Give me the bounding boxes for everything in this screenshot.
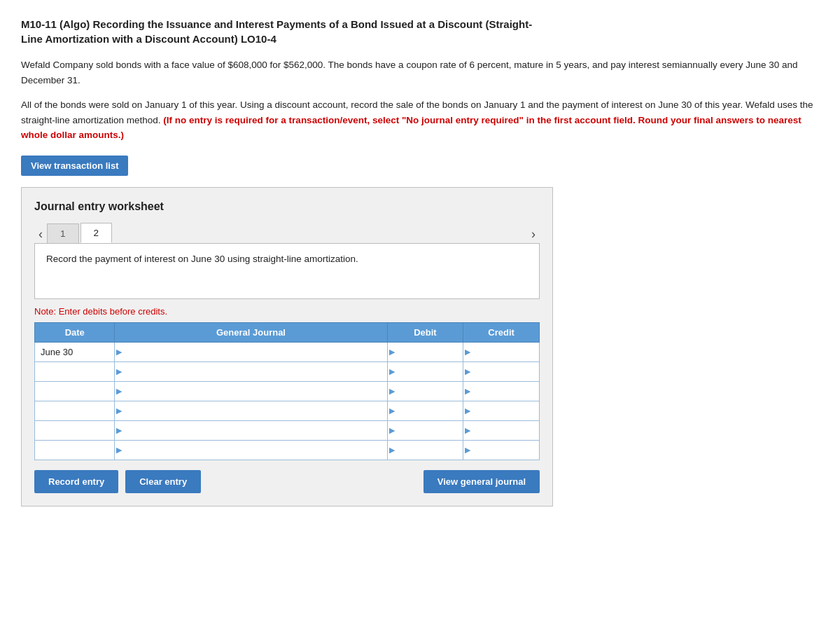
row-arrow-debit-icon: ▶: [389, 347, 395, 357]
general-journal-cell-2[interactable]: ▶: [115, 381, 387, 401]
main-content: M10-11 (Algo) Recording the Issuance and…: [21, 17, 819, 506]
credit-cell-0[interactable]: ▶: [463, 342, 540, 361]
col-header-credit: Credit: [463, 322, 540, 342]
credit-input-3[interactable]: [463, 401, 539, 420]
debit-cell-2[interactable]: ▶: [387, 381, 463, 401]
row-arrow-icon: ▶: [116, 347, 122, 357]
debit-cell-4[interactable]: ▶: [387, 420, 463, 440]
col-header-general-journal: General Journal: [115, 322, 387, 342]
credit-input-0[interactable]: [463, 343, 539, 361]
row-arrow-debit-icon: ▶: [389, 426, 395, 435]
debit-cell-3[interactable]: ▶: [387, 401, 463, 420]
general-journal-cell-1[interactable]: ▶: [115, 361, 387, 381]
debit-input-3[interactable]: [388, 401, 463, 420]
clear-entry-button[interactable]: Clear entry: [125, 470, 201, 493]
row-arrow-icon: ▶: [116, 387, 122, 396]
worksheet-title: Journal entry worksheet: [34, 200, 540, 213]
credit-cell-3[interactable]: ▶: [463, 401, 540, 420]
row-arrow-icon: ▶: [116, 406, 122, 415]
journal-entry-worksheet: Journal entry worksheet ‹ 1 2 › Record t…: [21, 187, 553, 506]
debit-input-2[interactable]: [388, 382, 463, 401]
row-arrow-credit-icon: ▶: [465, 426, 470, 435]
debit-cell-0[interactable]: ▶: [387, 342, 463, 361]
table-row: ▶▶▶: [35, 420, 540, 440]
record-entry-button[interactable]: Record entry: [34, 470, 118, 493]
row-arrow-credit-icon: ▶: [465, 387, 470, 396]
table-row: ▶▶▶: [35, 361, 540, 381]
general-journal-cell-4[interactable]: ▶: [115, 420, 387, 440]
debit-input-0[interactable]: [388, 343, 463, 361]
general-journal-cell-5[interactable]: ▶: [115, 440, 387, 460]
row-arrow-credit-icon: ▶: [465, 446, 470, 455]
credit-cell-1[interactable]: ▶: [463, 361, 540, 381]
general-journal-input-4[interactable]: [125, 421, 386, 440]
row-arrow-debit-icon: ▶: [389, 446, 395, 455]
credit-cell-2[interactable]: ▶: [463, 381, 540, 401]
table-row: June 30▶▶▶: [35, 342, 540, 361]
general-journal-cell-0[interactable]: ▶: [115, 342, 387, 361]
tabs-row: ‹ 1 2 ›: [34, 223, 540, 243]
credit-input-4[interactable]: [463, 421, 539, 440]
row-arrow-credit-icon: ▶: [465, 367, 470, 376]
debit-input-5[interactable]: [388, 441, 463, 460]
debit-input-4[interactable]: [388, 421, 463, 440]
credit-input-2[interactable]: [463, 382, 539, 401]
general-journal-input-5[interactable]: [125, 441, 386, 460]
row-arrow-credit-icon: ▶: [465, 347, 470, 357]
tab-1[interactable]: 1: [47, 223, 79, 243]
row-arrow-icon: ▶: [116, 367, 122, 376]
date-cell-5: [35, 440, 115, 460]
row-arrow-icon: ▶: [116, 426, 122, 435]
tab-2[interactable]: 2: [80, 223, 113, 243]
debit-input-1[interactable]: [388, 362, 463, 381]
col-header-date: Date: [35, 322, 115, 342]
intro-paragraph: Wefald Company sold bonds with a face va…: [21, 57, 819, 88]
journal-table: Date General Journal Debit Credit June 3…: [34, 322, 540, 460]
row-arrow-debit-icon: ▶: [389, 367, 395, 376]
view-general-journal-button[interactable]: View general journal: [424, 470, 540, 493]
table-row: ▶▶▶: [35, 381, 540, 401]
general-journal-input-1[interactable]: [125, 362, 386, 381]
tab-prev-arrow[interactable]: ‹: [34, 225, 47, 243]
credit-cell-5[interactable]: ▶: [463, 440, 540, 460]
general-journal-cell-3[interactable]: ▶: [115, 401, 387, 420]
col-header-debit: Debit: [387, 322, 463, 342]
table-row: ▶▶▶: [35, 440, 540, 460]
row-arrow-credit-icon: ▶: [465, 406, 470, 415]
view-transaction-list-button[interactable]: View transaction list: [21, 156, 128, 176]
credit-input-1[interactable]: [463, 362, 539, 381]
date-cell-1: [35, 361, 115, 381]
table-row: ▶▶▶: [35, 401, 540, 420]
instruction-paragraph: All of the bonds were sold on January 1 …: [21, 97, 819, 143]
general-journal-input-3[interactable]: [125, 401, 386, 420]
bottom-buttons-row: Record entry Clear entry View general jo…: [34, 470, 540, 493]
date-cell-4: [35, 420, 115, 440]
date-cell-2: [35, 381, 115, 401]
page-title: M10-11 (Algo) Recording the Issuance and…: [21, 17, 819, 46]
row-arrow-debit-icon: ▶: [389, 406, 395, 415]
date-cell-0: June 30: [35, 342, 115, 361]
general-journal-input-2[interactable]: [125, 382, 386, 401]
debit-cell-5[interactable]: ▶: [387, 440, 463, 460]
date-cell-3: [35, 401, 115, 420]
note-text: Note: Enter debits before credits.: [34, 306, 540, 317]
credit-cell-4[interactable]: ▶: [463, 420, 540, 440]
debit-cell-1[interactable]: ▶: [387, 361, 463, 381]
row-arrow-icon: ▶: [116, 446, 122, 455]
tab-next-arrow[interactable]: ›: [527, 225, 540, 243]
credit-input-5[interactable]: [463, 441, 539, 460]
tab-content-description: Record the payment of interest on June 3…: [34, 243, 540, 299]
row-arrow-debit-icon: ▶: [389, 387, 395, 396]
general-journal-input-0[interactable]: [125, 343, 386, 361]
